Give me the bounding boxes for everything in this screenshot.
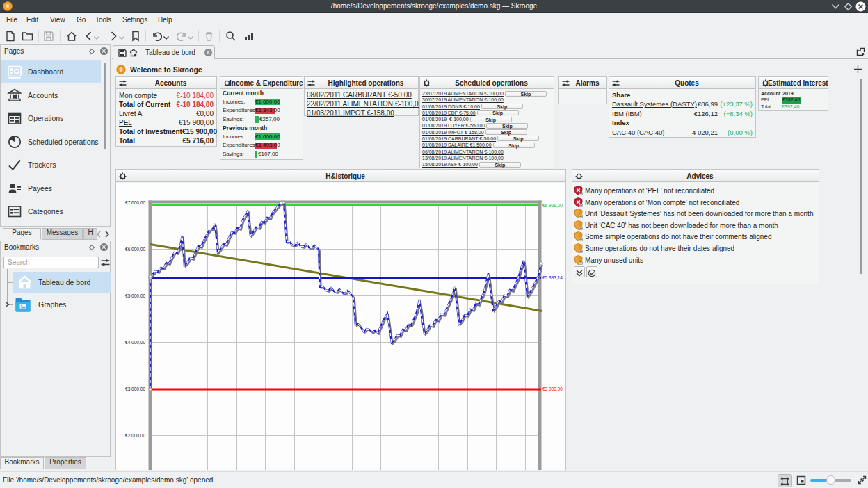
svg-text:€4 000,00: €4 000,00 [125, 340, 145, 345]
svg-text:€6 000,00: €6 000,00 [125, 247, 145, 252]
svg-text:€3 000,00: €3 000,00 [125, 387, 145, 391]
svg-text:€5 000,00: €5 000,00 [125, 293, 145, 298]
svg-text:€7 000,00: €7 000,00 [125, 200, 145, 205]
svg-text:€3 000,00: €3 000,00 [542, 387, 563, 391]
svg-text:€5 393,14: €5 393,14 [542, 275, 563, 280]
svg-text:€2 000,00: €2 000,00 [125, 433, 145, 438]
svg-text:€6 929,00: €6 929,00 [542, 203, 563, 208]
